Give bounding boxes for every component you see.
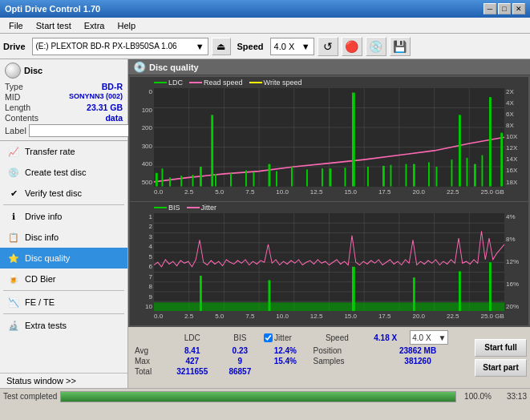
disc-label-key: Label [5,126,26,135]
eject-button[interactable]: ⏏ [212,38,231,55]
nav-cd-bier[interactable]: 🍺 CD Bier [0,269,127,289]
drive-select[interactable]: (E:) PLEXTOR BD-R PX-LB950SA 1.06 ▼ [32,38,208,55]
disc-panel: Disc Type BD-R MID SONYNN3 (002) Length … [0,59,127,141]
nav-drive-info[interactable]: ℹ Drive info [0,206,127,227]
avg-label: Avg [131,345,165,356]
disc-mid-row: MID SONYNN3 (002) [5,92,123,102]
save-button[interactable]: 💾 [390,37,411,56]
content-area: 💿 Disc quality LDC Read speed [128,59,530,388]
avg-ldc: 8.41 [165,345,220,356]
svg-rect-32 [215,174,216,187]
svg-rect-67 [352,266,355,311]
minimize-button[interactable]: ─ [483,3,496,14]
total-bis: 86857 [220,366,261,377]
chart-bis-svg [154,213,504,312]
svg-rect-69 [459,271,461,311]
disc-quality-header: 💿 Disc quality [128,59,530,75]
chart-ldc-y-left: 500 400 300 200 100 0 [130,88,154,187]
max-label: Max [131,356,165,366]
nav-extra-tests[interactable]: 🔬 Extra tests [0,315,127,336]
start-full-button[interactable]: Start full [475,339,527,357]
max-ldc: 427 [165,356,220,366]
chart-ldc-x-axis: 0.0 2.5 5.0 7.5 10.0 12.5 15.0 17.5 20.0… [154,187,504,201]
disc-title: Disc [24,66,42,75]
menu-extra[interactable]: Extra [79,18,111,33]
nav-disc-info-label: Disc info [25,232,59,242]
chart-ldc-svg [154,88,504,187]
samples-label: Samples [310,356,365,366]
disc-contents-row: Contents data [5,113,123,123]
svg-rect-43 [451,160,453,186]
svg-rect-29 [169,177,171,186]
speed-value: 4.0 X [274,42,295,51]
nav-verify-test-disc[interactable]: ✔ Verify test disc [0,183,127,204]
legend-bis-color [154,207,167,208]
legend-read-speed: Read speed [189,79,243,87]
disc-type-value: BD-R [102,82,123,91]
drive-info-icon: ℹ [7,210,20,223]
menu-start-test[interactable]: Start test [30,18,77,33]
nav-fe-te[interactable]: 📉 FE / TE [0,292,127,313]
chart-bis: BIS Jitter 10 9 8 7 6 5 4 3 [130,202,528,326]
svg-rect-64 [154,302,504,311]
svg-rect-40 [390,165,392,187]
total-jitter [261,366,310,377]
maximize-button[interactable]: □ [498,3,511,14]
disc-header: Disc [5,63,123,79]
disc-quality-title: Disc quality [149,63,199,72]
legend-write-label: Write speed [264,79,302,87]
close-button[interactable]: ✕ [512,3,525,14]
disc-label-input[interactable] [29,124,136,137]
disc-label-row: Label 🔑 [5,124,123,137]
svg-rect-16 [211,115,213,186]
nav-disc-quality[interactable]: ⭐ Disc quality [0,248,127,269]
svg-rect-36 [306,169,308,186]
chart-ldc-area [154,88,504,187]
nav-disc-info[interactable]: 📋 Disc info [0,227,127,248]
svg-rect-22 [382,166,385,187]
svg-rect-65 [200,275,202,311]
extra-tests-icon: 🔬 [7,319,20,332]
svg-rect-13 [156,173,158,187]
burn-button[interactable]: 🔴 [342,37,362,56]
total-ldc: 3211655 [165,366,220,377]
svg-rect-38 [345,168,346,186]
svg-rect-35 [276,172,277,187]
nav-fe-te-label: FE / TE [25,297,55,307]
jitter-header-label: Jitter [274,333,292,342]
status-window-button[interactable]: Status window >> [0,373,127,388]
speed-select-stats[interactable]: 4.0 X ▼ [410,330,448,345]
svg-rect-41 [406,164,407,187]
disc-type-label: Type [5,82,23,91]
svg-rect-28 [500,133,503,187]
menu-file[interactable]: File [3,18,29,33]
max-jitter: 15.4% [261,356,310,366]
chart-bis-legend: BIS Jitter [154,204,216,212]
jitter-checkbox[interactable] [264,333,273,342]
svg-rect-24 [436,167,438,187]
media-button[interactable]: 💿 [366,37,386,56]
chart-bis-x-axis: 0.0 2.5 5.0 7.5 10.0 12.5 15.0 17.5 20.0… [154,311,504,325]
legend-jitter-label: Jitter [201,204,217,212]
menu-help[interactable]: Help [111,18,141,33]
nav-extra-tests-label: Extra tests [25,321,67,330]
speed-select[interactable]: 4.0 X ▼ [270,38,314,55]
charts-container: LDC Read speed Write speed 500 400 300 [128,75,530,327]
stats-total-row: Total 3211655 86857 [131,366,471,377]
disc-mid-label: MID [5,92,20,102]
refresh-button[interactable]: ↺ [318,37,338,56]
disc-length-value: 23.31 GB [87,103,123,112]
chart-ldc-legend: LDC Read speed Write speed [154,79,301,87]
col-header-speed-lbl: Speed [310,329,365,345]
menu-bar: File Start test Extra Help [0,18,530,34]
svg-rect-68 [413,277,415,311]
legend-read-color [189,82,202,83]
nav-create-test-disc[interactable]: 💿 Create test disc [0,162,127,183]
start-part-button[interactable]: Start part [475,359,527,377]
nav-transfer-rate[interactable]: 📈 Transfer rate [0,141,127,162]
svg-rect-25 [459,115,461,186]
nav-drive-info-label: Drive info [25,212,62,221]
legend-bis: BIS [154,204,180,212]
svg-rect-26 [474,164,476,187]
legend-write-speed: Write speed [249,79,302,87]
